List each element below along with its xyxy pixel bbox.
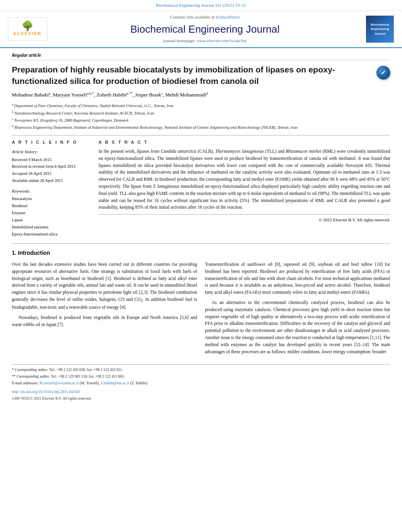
affil-d-text: Bioprocess Engineering Department, Insti… — [15, 125, 298, 130]
article-info-header: A R T I C L E I N F O — [12, 139, 91, 145]
intro-para-2: Nowadays, biodiesel is produced from veg… — [12, 314, 197, 328]
accepted-date: Accepted 26 April 2015 — [12, 170, 91, 177]
abstract-header: A B S T R A C T — [99, 139, 390, 145]
keyword-biodiesel: Biodiesel — [12, 202, 91, 209]
available-date: Available online 28 April 2015 — [12, 177, 91, 184]
article-info-column: A R T I C L E I N F O Article history: R… — [12, 139, 91, 237]
author-habibi: Zohreh Habibia,**, — [97, 92, 135, 98]
affiliation-d: d Bioprocess Engineering Department, Ins… — [12, 124, 390, 130]
affiliation-c: c Novozymes A/S, Krogshjvej 36, 2880 Bag… — [12, 117, 390, 123]
footnotes-section: * Corresponding author. Tel.: +98 2 122 … — [12, 364, 390, 402]
introduction-body: Over the last decades extensive studies … — [12, 261, 390, 359]
publisher-logo-area: 🌳 ELSEVIER — [8, 17, 55, 41]
keyword-enzyme: Enzyme — [12, 209, 91, 217]
revised-date: Received in revised form 8 April 2015 — [12, 163, 91, 170]
article-info-abstract-section: A R T I C L E I N F O Article history: R… — [12, 139, 390, 237]
top-banner: Biochemical Engineering Journal 101 (201… — [0, 0, 402, 11]
keyword-epoxy: Epoxy-functionalized silica — [12, 231, 91, 238]
journal-homepage-line: journal homepage: www.elsevier.com/locat… — [63, 38, 347, 44]
intro-left-column: Over the last decades extensive studies … — [12, 261, 197, 359]
section-divider — [12, 243, 390, 244]
history-title: Article history: — [12, 148, 91, 156]
homepage-link[interactable]: www.elsevier.com/locate/bej — [197, 38, 247, 43]
footnote-emails: E-mail addresses: M.yousefi@avicenna.ac.… — [12, 380, 390, 386]
abstract-column: A B S T R A C T In the present work, lip… — [99, 139, 390, 237]
keywords-title: Keywords: — [12, 188, 91, 194]
crossmark-badge[interactable]: ✓ — [376, 66, 390, 80]
keyword-immobilized: Immobilized enzymes — [12, 224, 91, 231]
article-title: Preparation of highly reusable biocataly… — [12, 64, 372, 87]
thumbnail-label: Biochemical Engineering Journal — [370, 22, 389, 36]
intro-para-4: As an alternative to the conventional ch… — [205, 299, 390, 356]
affil-a-text: Department of Pure Chemistry, Faculty of… — [14, 104, 173, 108]
journal-header: 🌳 ELSEVIER Contents lists available at S… — [0, 11, 402, 48]
intro-right-column: Transesterification of sunflower oil [8]… — [205, 261, 390, 359]
sciencedirect-link-line: Contents lists available at ScienceDirec… — [63, 14, 347, 20]
contents-prefix: Contents lists available at — [170, 15, 215, 19]
tree-icon: 🌳 — [22, 21, 34, 31]
elsevier-wordmark: ELSEVIER — [14, 31, 41, 37]
authors-line: Mohadese Babakia, Maryam Yousefia,b,*, Z… — [12, 91, 390, 99]
author-yousefi: Maryam Yousefia,b,*, — [53, 92, 97, 98]
author-brask: Jesper Braskc, — [135, 92, 166, 98]
author-mohammadi: Mehdi Mohammadid — [165, 92, 208, 98]
received-date: Received 9 March 2015 — [12, 156, 91, 163]
journal-title-area: Contents lists available at ScienceDirec… — [55, 14, 355, 44]
affil-c-text: Novozymes A/S, Krogshjvej 36, 2880 Bagsv… — [14, 118, 128, 122]
article-type-label: Regular article — [12, 52, 390, 61]
keywords-section: Keywords: Biocatalysis Biodiesel Enzyme … — [12, 188, 91, 237]
intro-para-1: Over the last decades extensive studies … — [12, 261, 197, 311]
abstract-text: In the present work, lipases from Candid… — [99, 148, 390, 211]
doi-link[interactable]: http://dx.doi.org/10.1016/j.bej.2015.04.… — [12, 389, 390, 395]
sciencedirect-link[interactable]: ScienceDirect — [216, 15, 240, 19]
email-yousefi[interactable]: M.yousefi@avicenna.ac.ir — [39, 381, 79, 385]
author-babaki: Mohadese Babakia, — [12, 92, 53, 98]
journal-thumbnail-area: Biochemical Engineering Journal — [355, 15, 394, 43]
affiliations-section: a Department of Pure Chemistry, Faculty … — [12, 102, 390, 135]
keyword-biocatalysis: Biocatalysis — [12, 195, 91, 202]
intro-para-3: Transesterification of sunflower oil [8]… — [205, 261, 390, 296]
section-1-title: 1. Introduction — [12, 249, 390, 257]
footnote-2: ** Corresponding author. Tel.: +98 2 129… — [12, 374, 390, 380]
email-habibi[interactable]: Z.habibi@sbu.ac.ir — [100, 381, 129, 385]
journal-reference: Biochemical Engineering Journal 101 (201… — [8, 2, 394, 8]
affiliation-b: b Nanobiotechnology Research Center, Avi… — [12, 110, 390, 116]
issn-line: 1369-703X/© 2015 Elsevier B.V. All right… — [12, 396, 390, 402]
elsevier-logo: 🌳 ELSEVIER — [8, 17, 47, 41]
copyright-notice: © 2015 Elsevier B.V. All rights reserved… — [99, 214, 390, 223]
footnote-1: * Corresponding author. Tel.: +98 2 122 … — [12, 367, 390, 373]
homepage-prefix: journal homepage: — [163, 38, 197, 43]
affil-b-text: Nanobiotechnology Research Center, Avice… — [15, 111, 154, 115]
affiliation-a: a Department of Pure Chemistry, Faculty … — [12, 102, 390, 109]
crossmark-icon: ✓ — [376, 66, 390, 80]
keyword-lipase: Lipase — [12, 217, 91, 224]
main-content: Regular article Preparation of highly re… — [0, 48, 402, 410]
journal-name: Biochemical Engineering Journal — [63, 22, 347, 36]
keywords-list: Biocatalysis Biodiesel Enzyme Lipase Imm… — [12, 195, 91, 237]
journal-cover-thumbnail: Biochemical Engineering Journal — [366, 15, 394, 43]
title-area: Preparation of highly reusable biocataly… — [12, 64, 390, 87]
article-history: Article history: Received 9 March 2015 R… — [12, 148, 91, 184]
